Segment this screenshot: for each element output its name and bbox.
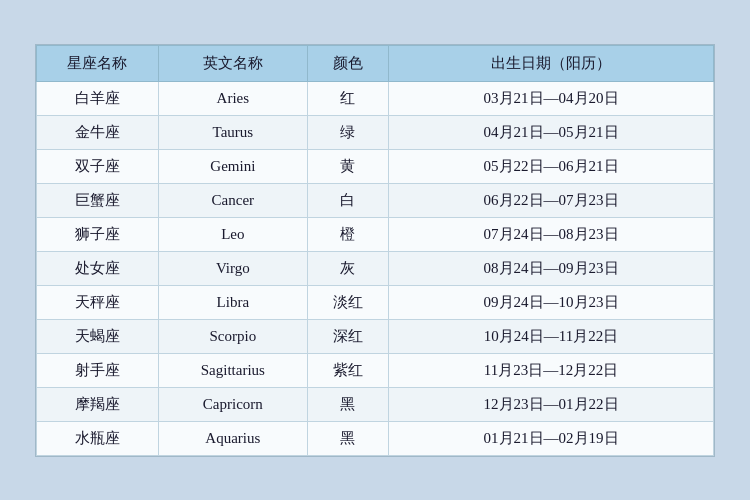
cell-english: Aries (158, 81, 307, 115)
cell-date: 07月24日—08月23日 (389, 217, 714, 251)
cell-date: 06月22日—07月23日 (389, 183, 714, 217)
cell-color: 紫红 (307, 353, 388, 387)
cell-chinese: 摩羯座 (37, 387, 159, 421)
cell-chinese: 金牛座 (37, 115, 159, 149)
cell-chinese: 巨蟹座 (37, 183, 159, 217)
table-row: 天蝎座Scorpio深红10月24日—11月22日 (37, 319, 714, 353)
table-row: 摩羯座Capricorn黑12月23日—01月22日 (37, 387, 714, 421)
cell-date: 10月24日—11月22日 (389, 319, 714, 353)
cell-chinese: 白羊座 (37, 81, 159, 115)
cell-english: Capricorn (158, 387, 307, 421)
cell-english: Taurus (158, 115, 307, 149)
cell-color: 白 (307, 183, 388, 217)
cell-color: 黑 (307, 421, 388, 455)
cell-date: 01月21日—02月19日 (389, 421, 714, 455)
cell-date: 03月21日—04月20日 (389, 81, 714, 115)
cell-english: Sagittarius (158, 353, 307, 387)
cell-date: 11月23日—12月22日 (389, 353, 714, 387)
cell-color: 橙 (307, 217, 388, 251)
cell-english: Scorpio (158, 319, 307, 353)
table-row: 白羊座Aries红03月21日—04月20日 (37, 81, 714, 115)
cell-date: 09月24日—10月23日 (389, 285, 714, 319)
cell-color: 黄 (307, 149, 388, 183)
table-row: 处女座Virgo灰08月24日—09月23日 (37, 251, 714, 285)
header-english: 英文名称 (158, 45, 307, 81)
table-row: 射手座Sagittarius紫红11月23日—12月22日 (37, 353, 714, 387)
cell-date: 12月23日—01月22日 (389, 387, 714, 421)
table-header-row: 星座名称 英文名称 颜色 出生日期（阳历） (37, 45, 714, 81)
cell-date: 04月21日—05月21日 (389, 115, 714, 149)
cell-date: 08月24日—09月23日 (389, 251, 714, 285)
cell-chinese: 狮子座 (37, 217, 159, 251)
cell-date: 05月22日—06月21日 (389, 149, 714, 183)
cell-english: Cancer (158, 183, 307, 217)
cell-english: Libra (158, 285, 307, 319)
cell-english: Virgo (158, 251, 307, 285)
table-row: 双子座Gemini黄05月22日—06月21日 (37, 149, 714, 183)
cell-english: Aquarius (158, 421, 307, 455)
table-row: 天秤座Libra淡红09月24日—10月23日 (37, 285, 714, 319)
table-body: 白羊座Aries红03月21日—04月20日金牛座Taurus绿04月21日—0… (37, 81, 714, 455)
cell-chinese: 双子座 (37, 149, 159, 183)
cell-color: 深红 (307, 319, 388, 353)
zodiac-table: 星座名称 英文名称 颜色 出生日期（阳历） 白羊座Aries红03月21日—04… (36, 45, 714, 456)
cell-color: 黑 (307, 387, 388, 421)
table-row: 巨蟹座Cancer白06月22日—07月23日 (37, 183, 714, 217)
zodiac-table-container: 星座名称 英文名称 颜色 出生日期（阳历） 白羊座Aries红03月21日—04… (35, 44, 715, 457)
header-color: 颜色 (307, 45, 388, 81)
table-row: 水瓶座Aquarius黑01月21日—02月19日 (37, 421, 714, 455)
cell-chinese: 处女座 (37, 251, 159, 285)
table-row: 狮子座Leo橙07月24日—08月23日 (37, 217, 714, 251)
header-chinese: 星座名称 (37, 45, 159, 81)
header-date: 出生日期（阳历） (389, 45, 714, 81)
cell-chinese: 水瓶座 (37, 421, 159, 455)
cell-chinese: 射手座 (37, 353, 159, 387)
table-row: 金牛座Taurus绿04月21日—05月21日 (37, 115, 714, 149)
cell-english: Gemini (158, 149, 307, 183)
cell-color: 绿 (307, 115, 388, 149)
cell-color: 红 (307, 81, 388, 115)
cell-english: Leo (158, 217, 307, 251)
cell-color: 淡红 (307, 285, 388, 319)
cell-chinese: 天秤座 (37, 285, 159, 319)
cell-color: 灰 (307, 251, 388, 285)
cell-chinese: 天蝎座 (37, 319, 159, 353)
